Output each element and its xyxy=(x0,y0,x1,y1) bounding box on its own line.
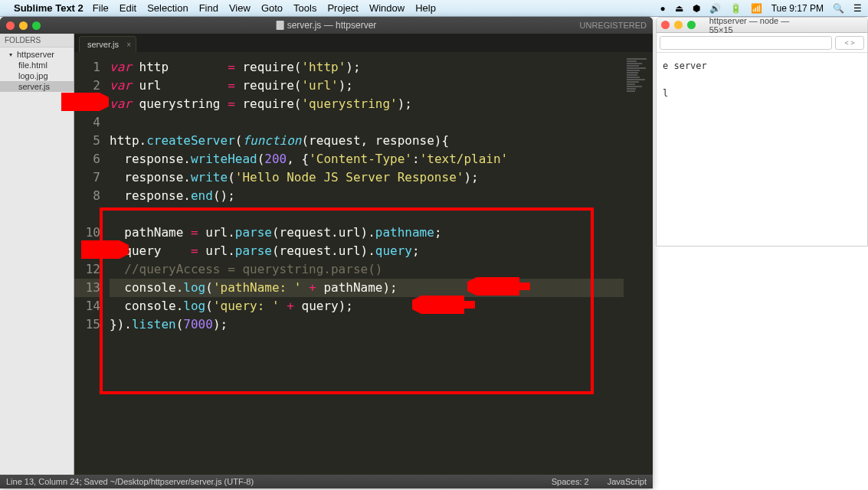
code-line[interactable]: response.writeHead(200, {'Content-Type':… xyxy=(110,150,624,168)
terminal-path-field[interactable] xyxy=(660,36,832,50)
menu-edit[interactable]: Edit xyxy=(120,2,136,14)
code-line[interactable]: http.createServer(function(request, resp… xyxy=(110,132,624,150)
line-number: 5 xyxy=(74,132,100,150)
window-title: server.js — httpserver xyxy=(287,20,377,31)
code-line[interactable]: pathName = url.parse(request.url).pathna… xyxy=(110,224,624,242)
code-line[interactable]: var url = require('url'); xyxy=(110,77,624,95)
zoom-window-icon[interactable] xyxy=(687,21,696,29)
status-language[interactable]: JavaScript xyxy=(608,477,647,486)
terminal-window: httpserver — node — 55×15 < > e server l xyxy=(656,17,868,247)
line-number: 2 xyxy=(74,77,100,95)
status-bar: Line 13, Column 24; Saved ~/Desktop/http… xyxy=(0,475,653,488)
menu-view[interactable]: View xyxy=(229,2,251,14)
close-window-icon[interactable] xyxy=(6,21,15,30)
line-number: 14 xyxy=(74,297,100,315)
terminal-title: httpserver — node — 55×15 xyxy=(709,17,815,34)
menubar-status-icon[interactable]: ☰ xyxy=(853,3,862,14)
terminal-toolbar: < > xyxy=(657,33,867,53)
menubar-status-icon[interactable]: 🔊 xyxy=(709,3,721,14)
close-tab-icon[interactable]: × xyxy=(126,41,131,49)
window-titlebar[interactable]: server.js — httpserver UNREGISTERED xyxy=(0,17,653,34)
code-area[interactable]: var http = require('http');var url = req… xyxy=(106,52,624,475)
zoom-window-icon[interactable] xyxy=(32,21,41,30)
code-line[interactable]: var querystring = require('querystring')… xyxy=(110,95,624,113)
sublime-window: server.js — httpserver UNREGISTERED FOLD… xyxy=(0,17,653,488)
line-number: 8 xyxy=(74,187,100,205)
terminal-body[interactable]: e server l xyxy=(657,53,867,106)
menu-window[interactable]: Window xyxy=(369,2,405,14)
tab-bar: server.js × xyxy=(74,34,653,52)
menu-project[interactable]: Project xyxy=(327,2,358,14)
code-line[interactable]: }).listen(7000); xyxy=(110,315,624,334)
menubar-status-icon[interactable]: 🔍 xyxy=(833,3,844,14)
tab-label: server.js xyxy=(87,40,119,49)
line-number: 4 xyxy=(74,113,100,132)
menubar-status-icon[interactable]: ⬢ xyxy=(693,3,700,14)
menubar-status-icon[interactable]: 🔋 xyxy=(730,3,742,14)
code-editor[interactable]: 12345678101112131415 var http = require(… xyxy=(74,52,653,475)
menu-help[interactable]: Help xyxy=(415,2,436,14)
code-line[interactable]: response.write('Hello Node JS Server Res… xyxy=(110,168,624,187)
folders-sidebar: FOLDERS httpserver file.htmllogo.jpgserv… xyxy=(0,34,74,475)
menu-goto[interactable]: Goto xyxy=(261,2,283,14)
line-number: 1 xyxy=(74,58,100,77)
code-line[interactable]: query = url.parse(request.url).query; xyxy=(110,242,624,260)
line-number: 13 xyxy=(74,279,100,297)
line-number xyxy=(74,205,100,224)
code-line[interactable]: console.log('pathName: ' + pathName); xyxy=(110,279,624,297)
code-line[interactable]: //queryAccess = querystring.parse() xyxy=(110,260,624,279)
tree-file[interactable]: server.js xyxy=(0,81,74,92)
line-number: 10 xyxy=(74,224,100,242)
line-number: 11 xyxy=(74,242,100,260)
menubar-status-icon[interactable]: 📶 xyxy=(751,3,762,14)
menu-selection[interactable]: Selection xyxy=(147,2,188,14)
terminal-nav-buttons[interactable]: < > xyxy=(835,36,864,50)
tree-folder-root[interactable]: httpserver xyxy=(0,49,74,60)
code-line[interactable]: response.end(); xyxy=(110,187,624,205)
desktop: server.js — httpserver UNREGISTERED FOLD… xyxy=(0,17,868,490)
mac-menubar: Sublime Text 2 FileEditSelectionFindView… xyxy=(0,0,868,17)
menu-find[interactable]: Find xyxy=(199,2,218,14)
tree-file[interactable]: logo.jpg xyxy=(0,70,74,81)
menu-tools[interactable]: Tools xyxy=(293,2,316,14)
line-number: 3 xyxy=(74,95,100,113)
code-line[interactable] xyxy=(110,205,624,224)
app-name[interactable]: Sublime Text 2 xyxy=(14,2,84,14)
close-window-icon[interactable] xyxy=(661,21,670,29)
minimize-window-icon[interactable] xyxy=(19,21,28,30)
tab-server-js[interactable]: server.js × xyxy=(79,36,136,52)
menubar-status-icon[interactable]: ⏏ xyxy=(675,3,683,14)
line-number: 6 xyxy=(74,150,100,168)
folders-header: FOLDERS xyxy=(0,34,74,47)
menu-file[interactable]: File xyxy=(93,2,109,14)
line-gutter: 12345678101112131415 xyxy=(74,52,106,475)
terminal-titlebar[interactable]: httpserver — node — 55×15 xyxy=(657,18,867,33)
line-number: 15 xyxy=(74,315,100,334)
line-number: 12 xyxy=(74,260,100,279)
document-icon xyxy=(277,21,284,30)
menubar-status-icon[interactable]: ● xyxy=(660,3,665,14)
code-line[interactable] xyxy=(110,113,624,132)
status-left: Line 13, Column 24; Saved ~/Desktop/http… xyxy=(6,477,254,486)
status-spaces[interactable]: Spaces: 2 xyxy=(552,477,589,486)
tree-file[interactable]: file.html xyxy=(0,60,74,70)
minimize-window-icon[interactable] xyxy=(674,21,683,29)
code-line[interactable]: console.log('query: ' + query); xyxy=(110,297,624,315)
unregistered-label: UNREGISTERED xyxy=(580,21,647,30)
minimap[interactable] xyxy=(624,52,653,475)
menubar-status-icon[interactable]: Tue 9:17 PM xyxy=(771,3,824,14)
line-number: 7 xyxy=(74,168,100,187)
code-line[interactable]: var http = require('http'); xyxy=(110,58,624,77)
